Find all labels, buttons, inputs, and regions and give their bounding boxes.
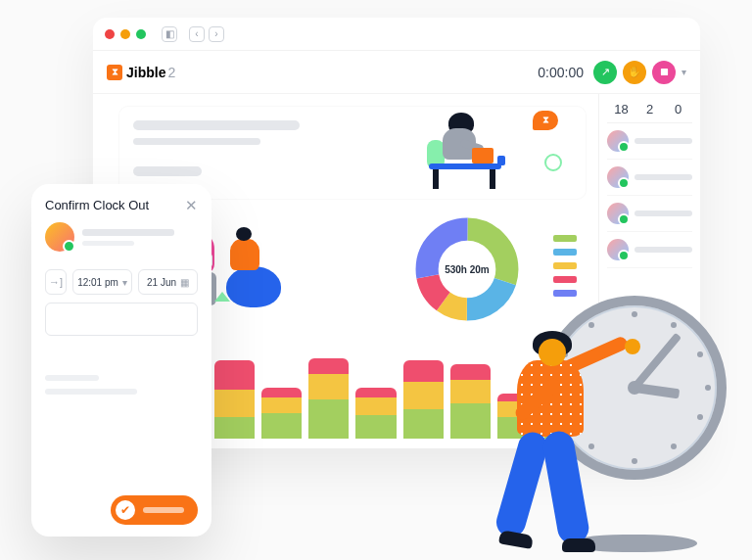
avatar: [607, 166, 629, 188]
app-header: Jibble2 0:00:00 ↗ ✋ ▾: [93, 51, 700, 94]
hero-title-placeholder: [133, 120, 300, 130]
team-member-row[interactable]: [607, 123, 692, 160]
time-field[interactable]: 12:01 pm ▾: [72, 269, 132, 295]
member-name-placeholder: [634, 174, 692, 180]
user-info: [82, 229, 198, 246]
check-icon: ✔: [116, 500, 135, 520]
bar: [308, 358, 349, 439]
hero-illustration: ⧗: [419, 113, 497, 189]
count-offline: 0: [664, 102, 692, 117]
bar: [403, 360, 444, 439]
legend-chip: [553, 235, 577, 242]
person-adjusting-clock-icon: [478, 331, 615, 554]
window-controls: [105, 29, 146, 39]
avatar: [607, 130, 629, 152]
team-member-row[interactable]: [607, 196, 692, 232]
date-value: 21 Jun: [147, 277, 176, 288]
bar: [355, 388, 396, 439]
legend-chip: [553, 249, 577, 256]
svg-rect-0: [660, 69, 667, 75]
status-counts: 18 2 0: [607, 102, 692, 123]
hourglass-bubble-icon: ⧗: [533, 111, 558, 130]
hero-metric-placeholder: [133, 166, 202, 176]
confirm-clock-out-button[interactable]: ✔: [111, 495, 198, 525]
window-zoom-icon[interactable]: [136, 29, 146, 39]
nav-back-button[interactable]: ‹: [189, 26, 205, 42]
person-at-laptop-icon: [419, 113, 497, 189]
avatar: [607, 203, 629, 224]
bar: [214, 360, 255, 439]
chevron-down-icon: ▾: [122, 277, 127, 288]
logo-icon: [107, 65, 122, 80]
clock-out-modal: Confirm Clock Out ✕ →] 12:01 pm ▾ 21 Jun…: [31, 184, 212, 537]
timer-display: 0:00:00: [538, 65, 584, 80]
clock-out-button[interactable]: [652, 61, 676, 84]
member-name-placeholder: [634, 210, 692, 216]
member-name-placeholder: [634, 247, 692, 253]
stop-icon: [660, 68, 669, 76]
window-titlebar: ◧ ‹ ›: [93, 18, 700, 51]
activity-placeholder: [45, 375, 198, 402]
hero-subtitle-placeholder: [133, 138, 260, 145]
sidebar-toggle-icon[interactable]: ◧: [162, 26, 177, 42]
mini-clock-icon: [544, 154, 562, 171]
user-role-placeholder: [82, 241, 134, 246]
date-field[interactable]: 21 Jun ▦: [138, 269, 198, 295]
bar: [261, 388, 302, 439]
timer-controls: 0:00:00 ↗ ✋ ▾: [538, 61, 686, 84]
clock-out-icon: →]: [45, 269, 67, 295]
nav-forward-button[interactable]: ›: [209, 26, 224, 42]
window-minimize-icon[interactable]: [120, 29, 130, 39]
member-name-placeholder: [634, 138, 692, 144]
button-label-placeholder: [143, 507, 184, 513]
count-break: 2: [635, 102, 664, 117]
clock-in-button[interactable]: ↗: [593, 61, 617, 84]
count-online: 18: [607, 102, 635, 117]
avatar: [607, 239, 629, 260]
app-name: Jibble2: [126, 65, 175, 80]
clock-illustration: [462, 260, 727, 554]
app-logo: Jibble2: [107, 65, 175, 80]
user-name-placeholder: [82, 229, 174, 236]
calendar-icon: ▦: [180, 277, 189, 288]
notes-input[interactable]: [45, 303, 198, 336]
window-close-icon[interactable]: [105, 29, 115, 39]
time-value: 12:01 pm: [77, 277, 118, 288]
user-avatar: [45, 222, 74, 252]
break-button[interactable]: ✋: [623, 61, 646, 84]
modal-title: Confirm Clock Out: [45, 198, 149, 212]
timer-menu-icon[interactable]: ▾: [682, 67, 686, 77]
team-member-row[interactable]: [607, 160, 692, 196]
close-button[interactable]: ✕: [185, 198, 198, 212]
